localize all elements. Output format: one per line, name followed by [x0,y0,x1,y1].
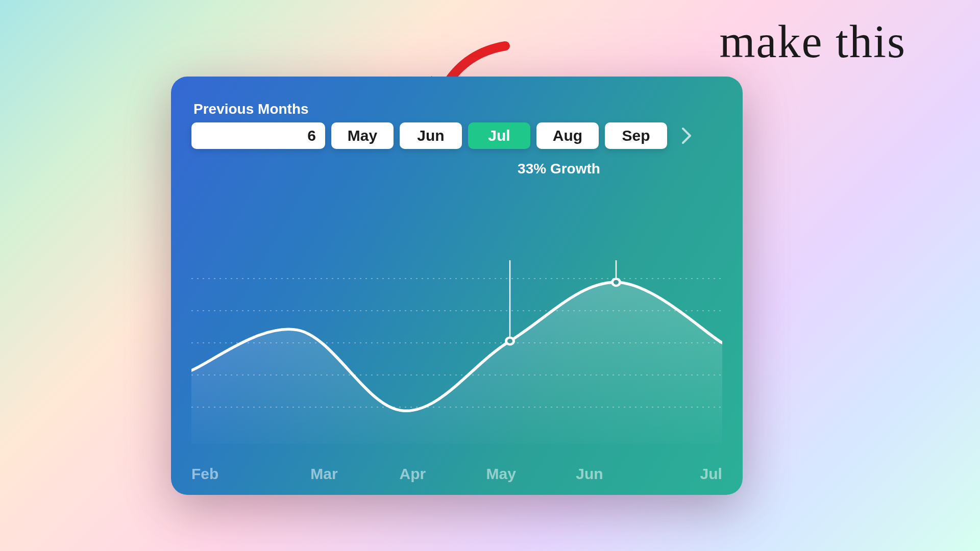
month-button-jul[interactable]: Jul [468,122,530,149]
chart-plot [191,260,722,444]
month-button-sep[interactable]: Sep [605,122,667,149]
x-tick: Mar [280,465,368,483]
x-axis: Feb Mar Apr May Jun Jul [191,465,722,483]
growth-annotation: 33% Growth [273,161,845,177]
months-count-input[interactable] [191,122,325,149]
x-tick: Feb [191,465,280,483]
month-button-may[interactable]: May [331,122,394,149]
svg-point-11 [614,280,619,285]
x-tick: Apr [369,465,457,483]
annotation-text: make this [720,15,906,68]
x-tick: Jul [634,465,722,483]
x-tick: Jun [545,465,633,483]
chart-card: Previous Months May Jun Jul Aug Sep 33% … [171,77,743,495]
month-button-jun[interactable]: Jun [400,122,462,149]
scroll-right-button[interactable] [675,122,698,149]
chevron-right-icon [681,127,692,145]
previous-months-label: Previous Months [193,101,722,117]
x-tick: May [457,465,545,483]
controls-row: May Jun Jul Aug Sep [191,122,722,149]
month-button-aug[interactable]: Aug [536,122,599,149]
svg-point-9 [507,339,512,343]
